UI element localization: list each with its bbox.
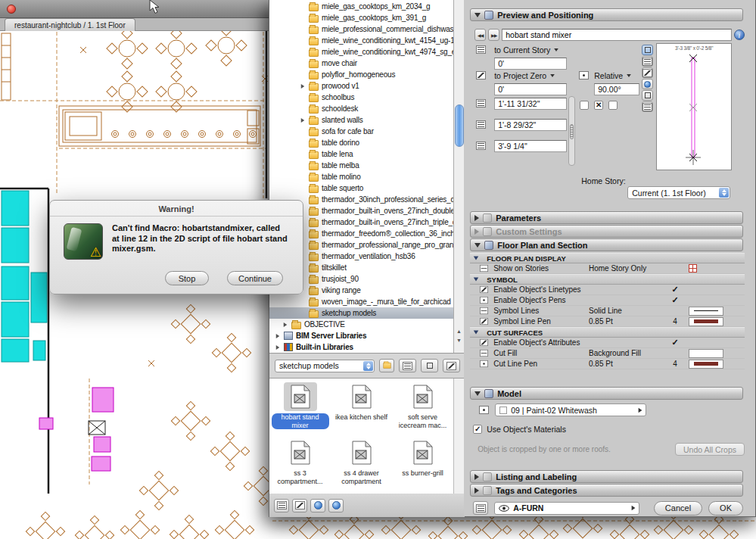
material-dropdown[interactable]: 09 | Paint-02 Whitewash xyxy=(495,403,646,416)
symbol-lines-dropdown[interactable]: Solid Line xyxy=(589,307,661,315)
library-tree[interactable]: miele_gas_cooktops_km_2034_gmiele_gas_co… xyxy=(269,0,465,354)
expand-arrow-icon[interactable] xyxy=(300,117,306,123)
tree-item[interactable]: miele_professional_commercial_dishwasher… xyxy=(269,23,453,35)
section-model[interactable]: Model xyxy=(470,387,743,400)
expand-triangle-icon[interactable] xyxy=(474,229,479,235)
layer-settings-button[interactable] xyxy=(473,501,488,515)
anchor-story-dropdown[interactable]: to Current Story xyxy=(494,44,559,55)
plan-tab[interactable]: restaurant-nightclub / 1. 1st Floor xyxy=(5,18,135,31)
grid-scrollbar[interactable] xyxy=(453,379,465,494)
pen-color-field[interactable] xyxy=(689,317,723,326)
cut-pen-index-value[interactable]: 4 xyxy=(661,360,689,368)
section-tags-categories[interactable]: Tags and Categories xyxy=(470,484,743,497)
rotation-angle-field[interactable]: 90.00° xyxy=(594,83,639,95)
tree-item[interactable]: woven_image_-_mura_tile_for_archicad xyxy=(269,296,453,307)
object-name-input[interactable] xyxy=(502,29,732,41)
scroll-down-arrow-icon[interactable]: ▼ xyxy=(456,338,462,343)
mirror-toggle[interactable] xyxy=(594,101,603,110)
section-floor-plan[interactable]: Floor Plan and Section xyxy=(470,238,743,251)
tree-item[interactable]: Built-in Libraries xyxy=(269,341,453,353)
tree-item[interactable]: slanted walls xyxy=(269,114,453,126)
line-preview-field[interactable] xyxy=(689,307,723,316)
section-custom-settings[interactable]: Custom Settings xyxy=(470,225,743,238)
scroll-up-arrow-icon[interactable]: ▲ xyxy=(456,329,462,334)
object-preview[interactable]: 3'-3 3/8" x 0'-2 5/8" xyxy=(656,43,732,170)
tree-item[interactable]: BIM Server Libraries xyxy=(269,330,453,341)
load-other-object-button[interactable] xyxy=(274,499,289,513)
save-object-button[interactable] xyxy=(292,499,307,513)
checkmark-icon[interactable] xyxy=(671,285,678,294)
web-portal-button[interactable] xyxy=(328,499,344,513)
preview-picture-button[interactable] xyxy=(642,90,653,101)
dimension-z-field[interactable]: 3'-9 1/4" xyxy=(494,140,567,152)
new-folder-button[interactable] xyxy=(379,359,394,372)
tree-scrollbar[interactable]: ▼ ▲ xyxy=(453,0,465,354)
preview-front-view-button[interactable] xyxy=(642,56,653,67)
expand-triangle-icon[interactable] xyxy=(474,474,479,480)
group-triangle-icon[interactable] xyxy=(474,257,478,260)
expand-triangle-icon[interactable] xyxy=(474,215,479,221)
tree-item[interactable]: schoolbus xyxy=(269,92,453,103)
section-parameters[interactable]: Parameters xyxy=(470,211,743,224)
home-story-dropdown[interactable]: Current (1. 1st Floor) xyxy=(627,186,730,199)
tree-item[interactable]: schooldesk xyxy=(269,103,453,114)
library-object[interactable]: ikea kitchen shelf xyxy=(331,380,392,436)
preview-2d-symbol-button[interactable] xyxy=(642,45,653,55)
layer-dropdown[interactable]: A-FURN xyxy=(494,502,639,515)
scrollbar-thumb[interactable] xyxy=(455,104,464,147)
next-object-button[interactable]: ▶▶ xyxy=(488,29,499,41)
story-offset-field[interactable]: 0' xyxy=(494,58,567,70)
group-triangle-icon[interactable] xyxy=(474,278,478,282)
section-listing-labeling[interactable]: Listing and Labeling xyxy=(470,470,743,483)
fill-preview-field[interactable] xyxy=(689,349,723,358)
rotation-mode-dropdown[interactable]: Relative xyxy=(594,70,632,81)
detail-view-button[interactable] xyxy=(443,359,460,372)
expand-arrow-icon[interactable] xyxy=(300,83,306,89)
cut-fill-dropdown[interactable]: Background Fill xyxy=(589,349,661,357)
flip-checkbox[interactable] xyxy=(580,101,589,110)
expand-arrow-icon[interactable] xyxy=(282,322,288,328)
tree-item[interactable]: OBJECTIVE xyxy=(269,319,453,330)
cancel-button[interactable]: Cancel xyxy=(654,501,702,516)
project-zero-offset-field[interactable]: 0' xyxy=(494,83,567,95)
dimension-y-field[interactable]: 1'-8 29/32" xyxy=(494,119,567,131)
tree-item[interactable]: miele_gas_cooktops_km_391_g xyxy=(269,12,453,23)
info-button[interactable]: i xyxy=(734,30,745,40)
preview-side-view-button[interactable] xyxy=(642,67,653,78)
tree-item[interactable]: prowood v1 xyxy=(269,80,453,92)
tree-item[interactable]: table melba xyxy=(269,160,453,171)
library-object[interactable]: ss 3 compartment... xyxy=(269,436,331,492)
pen-weight-value[interactable]: 0.85 Pt xyxy=(589,317,661,326)
section-preview-positioning[interactable]: Preview and Positioning xyxy=(470,8,743,21)
tree-item[interactable]: miele_wine_conditioning_kwt_4974_sg_ed xyxy=(269,46,453,58)
preview-info-button[interactable] xyxy=(642,101,653,112)
undo-all-crops-button[interactable]: Undo All Crops xyxy=(675,443,745,456)
preview-3d-button[interactable] xyxy=(642,79,653,89)
show-on-stories-dropdown[interactable]: Home Story Only xyxy=(589,264,661,273)
tree-item[interactable]: table molino xyxy=(269,171,453,182)
collapse-triangle-icon[interactable] xyxy=(474,13,481,17)
pivot-checkbox[interactable] xyxy=(608,101,618,110)
library-object[interactable]: hobart stand mixer xyxy=(269,380,331,436)
project-zero-dropdown[interactable]: to Project Zero xyxy=(494,70,555,81)
use-materials-checkbox[interactable] xyxy=(473,425,482,434)
preview-slider[interactable] xyxy=(568,96,575,166)
close-button[interactable] xyxy=(7,5,16,14)
window-titlebar[interactable] xyxy=(0,0,269,18)
checkmark-icon[interactable] xyxy=(671,295,678,305)
ok-button[interactable]: OK xyxy=(708,501,743,516)
continue-button[interactable]: Continue xyxy=(227,271,283,285)
tree-item[interactable]: table lena xyxy=(269,148,453,160)
stop-button[interactable]: Stop xyxy=(165,271,209,285)
cut-pen-weight-value[interactable]: 0.85 Pt xyxy=(589,360,661,368)
cut-pen-color-field[interactable] xyxy=(689,360,723,369)
grid-view-button[interactable] xyxy=(421,359,438,372)
prev-object-button[interactable]: ◀◀ xyxy=(474,29,486,41)
dimension-x-field[interactable]: 1'-11 31/32" xyxy=(494,98,567,110)
checkmark-icon[interactable] xyxy=(671,338,678,347)
tree-item[interactable]: table squerto xyxy=(269,182,453,194)
expand-triangle-icon[interactable] xyxy=(474,488,479,494)
library-object[interactable]: ss 4 drawer compartment xyxy=(331,436,392,492)
tree-item[interactable]: sketchup models xyxy=(269,307,453,319)
collapse-triangle-icon[interactable] xyxy=(474,243,481,248)
